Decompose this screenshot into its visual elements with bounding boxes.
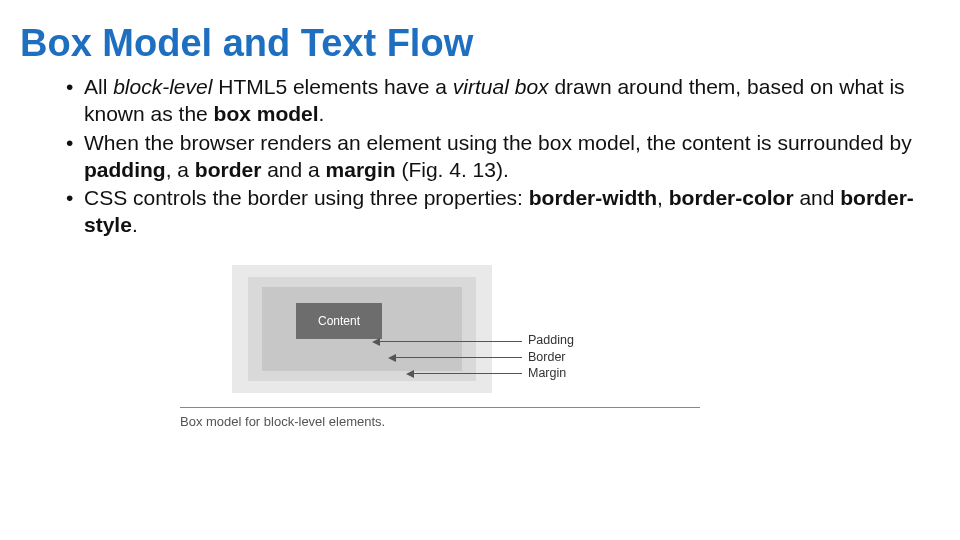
figure: Content Padding Border Margin Box model … bbox=[180, 265, 780, 429]
boxmodel-content-layer: Content bbox=[296, 303, 382, 339]
arrow-icon bbox=[394, 357, 522, 358]
label-border: Border bbox=[528, 350, 566, 364]
arrow-icon bbox=[378, 341, 522, 342]
caption-rule bbox=[180, 407, 700, 408]
label-margin: Margin bbox=[528, 366, 566, 380]
slide: Box Model and Text Flow All block-level … bbox=[0, 0, 960, 540]
bullet-item: When the browser renders an element usin… bbox=[66, 130, 940, 184]
bullet-list: All block-level HTML5 elements have a vi… bbox=[20, 74, 940, 239]
slide-title: Box Model and Text Flow bbox=[20, 24, 940, 64]
bullet-item: CSS controls the border using three prop… bbox=[66, 185, 940, 239]
label-padding: Padding bbox=[528, 333, 574, 347]
figure-caption: Box model for block-level elements. bbox=[180, 414, 780, 429]
boxmodel-border-layer: Content bbox=[248, 277, 476, 381]
bullet-item: All block-level HTML5 elements have a vi… bbox=[66, 74, 940, 128]
boxmodel-padding-layer: Content bbox=[262, 287, 462, 371]
arrow-icon bbox=[412, 373, 522, 374]
